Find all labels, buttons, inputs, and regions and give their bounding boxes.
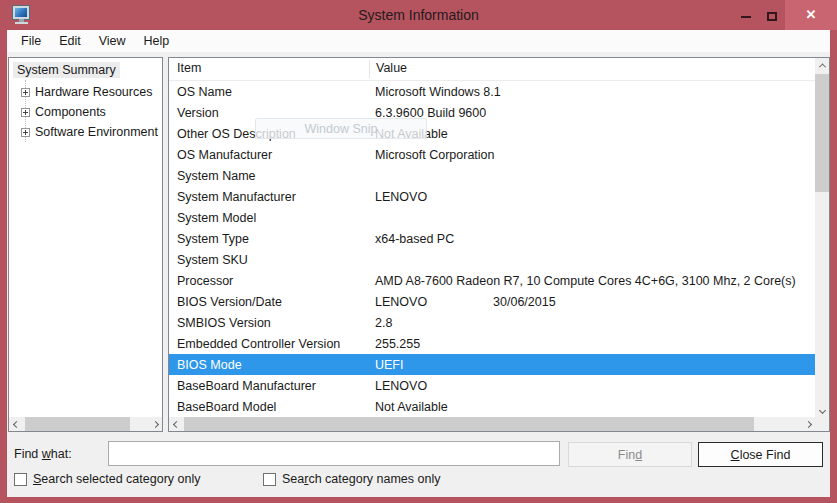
item-cell: System Model [169,211,368,225]
value-cell: Microsoft Windows 8.1 [368,85,815,99]
column-header-value[interactable]: Value [376,61,407,75]
scroll-right-icon[interactable] [148,417,162,431]
list-hscrollbar[interactable] [169,417,815,431]
item-cell: Processor [169,274,368,288]
column-separator[interactable] [369,60,370,78]
value-cell: 6.3.9600 Build 9600 [368,106,815,120]
scroll-right-icon[interactable] [801,417,815,431]
table-row[interactable]: OS NameMicrosoft Windows 8.1 [169,81,815,102]
table-row[interactable]: OS ManufacturerMicrosoft Corporation [169,144,815,165]
content-area: System Summary Hardware ResourcesCompone… [7,52,830,497]
menu-bar: FileEditViewHelp [7,30,830,52]
value-cell: AMD A8-7600 Radeon R7, 10 Compute Cores … [368,274,815,288]
checkbox-label: Search category names only [282,472,440,486]
expand-plus-icon[interactable] [21,128,30,137]
expand-plus-icon[interactable] [21,88,30,97]
scroll-down-icon[interactable] [815,403,829,417]
table-row[interactable]: SMBIOS Version2.8 [169,312,815,333]
list-vscrollbar[interactable] [815,58,829,417]
item-cell: System Name [169,169,368,183]
table-row[interactable]: ProcessorAMD A8-7600 Radeon R7, 10 Compu… [169,270,815,291]
category-tree-panel: System Summary Hardware ResourcesCompone… [8,57,163,432]
tree-item-label: Software Environment [35,125,158,139]
scrollbar-thumb[interactable] [184,417,754,431]
tree-item-label: Components [35,105,106,119]
item-cell: Embedded Controller Version [169,337,368,351]
menu-item-edit[interactable]: Edit [50,31,90,51]
value-cell: x64-based PC [368,232,815,246]
tree-item-components[interactable]: Components [9,102,162,122]
window-controls: ✕ [733,0,837,30]
tree-item-hardware-resources[interactable]: Hardware Resources [9,82,162,102]
minimize-button[interactable] [733,0,759,30]
tree-item-system-summary[interactable]: System Summary [13,62,120,78]
table-row[interactable]: System ManufacturerLENOVO [169,186,815,207]
value-cell: Not Available [368,127,815,141]
item-cell: BIOS Mode [169,358,368,372]
list-header: Item Value [169,58,815,81]
tree-item-label: Hardware Resources [35,85,152,99]
item-cell: System Manufacturer [169,190,368,204]
close-icon: ✕ [806,7,817,22]
tree-item-software-environment[interactable]: Software Environment [9,122,162,142]
value-cell: 2.8 [368,316,815,330]
search-selected-category-option: Search selected category only [14,472,200,486]
scroll-up-icon[interactable] [815,58,829,72]
tree-hscrollbar[interactable] [9,417,162,431]
search-category-names-checkbox[interactable] [263,473,276,486]
search-selected-category-checkbox[interactable] [14,473,27,486]
table-row[interactable]: BIOS ModeUEFI [169,354,815,375]
details-list-panel: Item Value OS NameMicrosoft Windows 8.1V… [168,57,830,432]
scrollbar-corner [815,417,829,431]
item-cell: OS Name [169,85,368,99]
table-row[interactable]: BIOS Version/DateLENOVO 30/06/2015 [169,291,815,312]
value-cell: 255.255 [368,337,815,351]
scrollbar-thumb[interactable] [25,417,130,431]
value-cell: LENOVO 30/06/2015 [368,295,815,309]
item-cell: BIOS Version/Date [169,295,368,309]
minimize-icon [741,16,751,18]
maximize-button[interactable] [759,0,785,30]
table-row[interactable]: System Model [169,207,815,228]
system-information-window: System Information ✕ FileEditViewHelp Sy… [0,0,837,503]
column-header-item[interactable]: Item [177,61,201,75]
table-row[interactable]: System Typex64-based PC [169,228,815,249]
expand-plus-icon[interactable] [21,108,30,117]
value-cell: Not Available [368,400,815,414]
table-row[interactable]: BaseBoard ModelNot Available [169,396,815,417]
item-cell: System Type [169,232,368,246]
item-cell: OS Manufacturer [169,148,368,162]
item-cell: BaseBoard Manufacturer [169,379,368,393]
checkbox-label: Search selected category only [33,472,200,486]
table-row[interactable]: Embedded Controller Version255.255 [169,333,815,354]
scroll-left-icon[interactable] [169,417,183,431]
item-cell: SMBIOS Version [169,316,368,330]
find-what-label: Find what: [14,447,72,461]
tree-items: Hardware ResourcesComponentsSoftware Env… [9,82,162,142]
window-title: System Information [0,0,837,30]
window-snip-ghost: Window Snip [255,118,427,139]
title-bar: System Information ✕ [0,0,837,30]
find-input[interactable] [108,441,560,466]
value-cell: LENOVO [368,190,815,204]
value-cell: UEFI [368,358,815,372]
item-cell: BaseBoard Model [169,400,368,414]
item-cell: System SKU [169,253,368,267]
scrollbar-thumb[interactable] [815,74,829,192]
value-cell: LENOVO [368,379,815,393]
menu-item-view[interactable]: View [90,31,135,51]
scroll-left-icon[interactable] [9,417,23,431]
close-find-button[interactable]: Close Find [698,442,823,467]
menu-item-file[interactable]: File [12,31,50,51]
value-cell: Microsoft Corporation [368,148,815,162]
close-button[interactable]: ✕ [785,0,837,30]
table-row[interactable]: System Name [169,165,815,186]
menu-item-help[interactable]: Help [135,31,179,51]
search-category-names-option: Search category names only [263,472,440,486]
table-row[interactable]: BaseBoard ManufacturerLENOVO [169,375,815,396]
find-button[interactable]: Find [568,442,692,467]
table-row[interactable]: System SKU [169,249,815,270]
maximize-icon [767,12,777,21]
